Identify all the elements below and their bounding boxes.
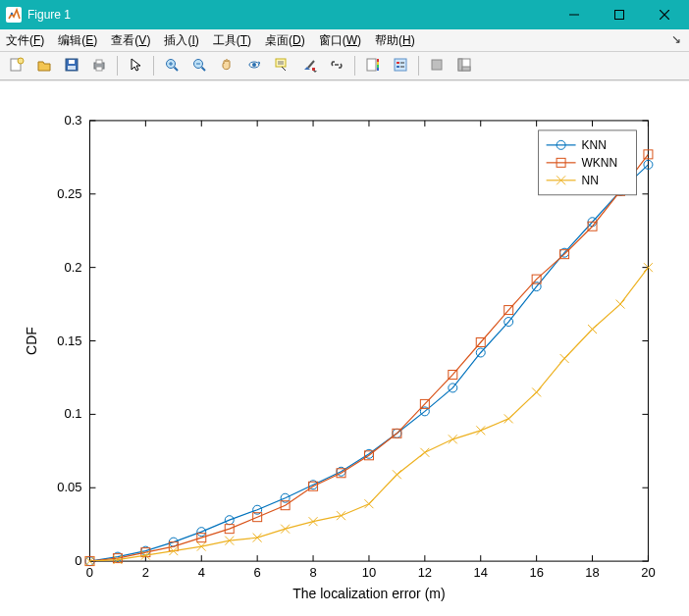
window-title: Figure 1 bbox=[27, 8, 71, 22]
svg-rect-32 bbox=[377, 62, 379, 65]
xtick-label: 2 bbox=[142, 565, 149, 580]
pan-button[interactable] bbox=[214, 53, 239, 78]
figure-window: Figure 1 文件(F) 编辑(E) 查看(V) 插入(I) 工具(T) 桌… bbox=[0, 0, 689, 616]
open-file-icon bbox=[36, 57, 52, 76]
svg-rect-9 bbox=[69, 60, 75, 64]
menu-view[interactable]: 查看(V) bbox=[111, 32, 150, 49]
figure-canvas[interactable]: 0246810121416182000.050.10.150.20.250.3T… bbox=[0, 80, 689, 616]
new-figure-button[interactable] bbox=[4, 53, 29, 78]
print-button[interactable] bbox=[86, 53, 112, 78]
xlabel: The localization error (m) bbox=[292, 586, 445, 601]
menu-edit[interactable]: 编辑(E) bbox=[58, 32, 97, 49]
svg-rect-42 bbox=[458, 59, 462, 71]
legend-icon bbox=[393, 57, 408, 76]
xtick-label: 10 bbox=[362, 565, 376, 580]
hide-plot-tools-button[interactable] bbox=[424, 53, 450, 78]
data-cursor-button[interactable] bbox=[269, 53, 294, 78]
zoom-out-icon bbox=[191, 57, 207, 76]
show-plot-tools-icon bbox=[456, 57, 472, 76]
dock-arrow-icon[interactable]: ↘ bbox=[671, 32, 681, 46]
xtick-label: 4 bbox=[198, 565, 205, 580]
save-icon bbox=[64, 57, 80, 76]
zoom-in-button[interactable] bbox=[159, 53, 185, 78]
svg-rect-12 bbox=[96, 60, 102, 64]
svg-rect-3 bbox=[615, 11, 624, 20]
xtick-label: 20 bbox=[641, 565, 655, 580]
rotate-3d-icon bbox=[246, 57, 262, 76]
svg-rect-31 bbox=[377, 59, 379, 62]
xtick-label: 8 bbox=[309, 565, 316, 580]
zoom-in-icon bbox=[164, 57, 180, 76]
toolbar bbox=[0, 52, 689, 80]
matlab-icon bbox=[6, 7, 22, 23]
menu-desktop[interactable]: 桌面(D) bbox=[265, 32, 305, 49]
link-icon bbox=[329, 57, 344, 76]
data-cursor-icon bbox=[274, 57, 290, 76]
xtick-label: 18 bbox=[585, 565, 599, 580]
svg-point-22 bbox=[252, 63, 256, 67]
hide-plot-tools-icon bbox=[429, 57, 445, 76]
insert-legend-button[interactable] bbox=[388, 53, 413, 78]
svg-point-7 bbox=[18, 58, 24, 64]
svg-rect-10 bbox=[68, 66, 76, 70]
svg-rect-28 bbox=[312, 68, 315, 71]
svg-rect-23 bbox=[276, 59, 286, 67]
menubar: 文件(F) 编辑(E) 查看(V) 插入(I) 工具(T) 桌面(D) 窗口(W… bbox=[0, 29, 689, 52]
svg-line-15 bbox=[175, 67, 179, 71]
svg-rect-34 bbox=[377, 68, 379, 71]
show-plot-tools-button[interactable] bbox=[451, 53, 477, 78]
zoom-out-button[interactable] bbox=[186, 53, 212, 78]
svg-line-27 bbox=[308, 61, 314, 68]
svg-rect-43 bbox=[462, 67, 470, 71]
minimize-button[interactable] bbox=[552, 0, 597, 29]
svg-rect-40 bbox=[432, 60, 442, 70]
ytick-label: 0.2 bbox=[64, 260, 81, 275]
maximize-button[interactable] bbox=[597, 0, 642, 29]
print-icon bbox=[91, 57, 107, 76]
legend-label: WKNN bbox=[582, 156, 618, 170]
brush-button[interactable] bbox=[296, 53, 322, 78]
ytick-label: 0.25 bbox=[57, 186, 81, 201]
save-button[interactable] bbox=[59, 53, 84, 78]
xtick-label: 12 bbox=[418, 565, 432, 580]
colorbar-icon bbox=[365, 57, 381, 76]
ytick-label: 0 bbox=[75, 553, 81, 568]
svg-line-26 bbox=[282, 67, 286, 71]
svg-rect-35 bbox=[395, 59, 406, 71]
xtick-label: 0 bbox=[86, 565, 93, 580]
ytick-label: 0.15 bbox=[57, 334, 81, 348]
xtick-label: 16 bbox=[529, 565, 543, 580]
ytick-label: 0.05 bbox=[57, 480, 81, 494]
menu-window[interactable]: 窗口(W) bbox=[319, 32, 361, 49]
ylabel: CDF bbox=[24, 327, 39, 355]
menu-insert[interactable]: 插入(I) bbox=[164, 32, 198, 49]
xtick-label: 6 bbox=[254, 565, 261, 580]
titlebar: Figure 1 bbox=[0, 0, 689, 29]
svg-rect-33 bbox=[377, 65, 379, 68]
legend-label: KNN bbox=[582, 138, 607, 152]
xtick-label: 14 bbox=[474, 565, 488, 580]
brush-icon bbox=[301, 57, 317, 76]
rotate-3d-button[interactable] bbox=[241, 53, 267, 78]
pan-icon bbox=[219, 57, 235, 76]
svg-rect-30 bbox=[367, 59, 376, 71]
ytick-label: 0.3 bbox=[64, 113, 81, 128]
svg-line-19 bbox=[202, 67, 206, 71]
close-button[interactable] bbox=[642, 0, 687, 29]
svg-point-1 bbox=[11, 13, 13, 15]
open-file-button[interactable] bbox=[31, 53, 57, 78]
legend-label: NN bbox=[582, 174, 599, 187]
link-plots-button[interactable] bbox=[324, 53, 349, 78]
menu-tools[interactable]: 工具(T) bbox=[213, 32, 251, 49]
pointer-icon bbox=[128, 57, 143, 76]
menu-help[interactable]: 帮助(H) bbox=[375, 32, 415, 49]
ytick-label: 0.1 bbox=[64, 406, 81, 421]
menu-file[interactable]: 文件(F) bbox=[6, 32, 44, 49]
new-figure-icon bbox=[9, 57, 25, 76]
svg-rect-13 bbox=[96, 67, 102, 71]
axes[interactable]: 0246810121416182000.050.10.150.20.250.3T… bbox=[0, 81, 689, 616]
pointer-button[interactable] bbox=[123, 53, 148, 78]
insert-colorbar-button[interactable] bbox=[360, 53, 386, 78]
